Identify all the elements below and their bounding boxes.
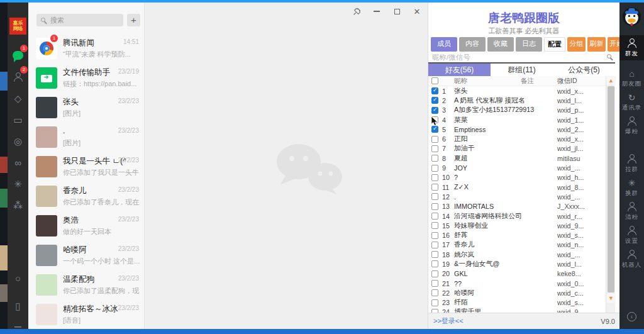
row-checkbox[interactable] [431, 165, 438, 172]
select-all-checkbox[interactable] [431, 77, 438, 84]
row-checkbox[interactable] [431, 184, 438, 191]
member-type-tab[interactable]: 好友(56) [428, 64, 491, 76]
chat-list-item[interactable]: 我只是一头牛 ㄴ(^o 23/2/23 你已添加了我只是一头牛... [28, 152, 145, 182]
table-row[interactable]: 1 张头 wxid_x... [428, 86, 606, 96]
row-checkbox[interactable] [431, 193, 438, 200]
table-row[interactable]: 19 &一身仙女气@ wxid_l... [428, 259, 606, 269]
scrollbar-thumb[interactable] [608, 86, 614, 292]
row-checkbox[interactable] [431, 87, 438, 94]
row-checkbox[interactable] [431, 289, 438, 296]
row-checkbox[interactable] [431, 242, 438, 248]
add-chat-button[interactable]: + [127, 14, 140, 26]
row-checkbox[interactable] [431, 97, 438, 104]
row-checkbox[interactable] [431, 136, 438, 143]
chat-list-item[interactable]: 香奈儿 23/2/23 你已添加了香奈儿，现在... [28, 182, 145, 211]
scroll-down-icon[interactable]: ▼ [606, 294, 616, 303]
link-circle-icon[interactable]: ○ [8, 270, 28, 286]
tool-button[interactable]: 内容 [459, 37, 486, 52]
row-checkbox[interactable] [431, 232, 438, 239]
table-row[interactable]: 14 沿河琨睿网络科技公司 wxid_r... [428, 211, 606, 221]
table-row[interactable]: 10 ? wxid_h... [428, 173, 606, 182]
table-row[interactable]: 6 正阳 wxid_x... [428, 134, 606, 143]
broadcast-icon[interactable]: 群发 [619, 35, 644, 60]
chat-list-item[interactable]: 文件传输助手 23/2/19 链接：https://pan.baid... [28, 64, 145, 93]
settings-icon[interactable]: 设置 [619, 223, 644, 248]
table-row[interactable]: 17 香奈儿 wxid_n... [428, 240, 606, 250]
table-row[interactable]: 22 哈喽阿 wxid_c... [428, 288, 606, 298]
moments-aperture-icon[interactable]: ◎ [8, 133, 28, 148]
table-row[interactable]: 15 玲妹聊创业 wxid_9... [428, 221, 606, 230]
chat-list-item[interactable]: 哈喽阿 23/2/23 一个码一个小时 这个是... [28, 241, 145, 270]
table-row[interactable]: 11 Z✓X wxid_8... [428, 182, 606, 192]
login-link[interactable]: >>登录<< [433, 316, 464, 326]
contacts-icon[interactable]: 2 [8, 69, 28, 84]
nickname-search-input[interactable] [431, 52, 607, 63]
phone-icon[interactable]: ▯ [8, 298, 28, 313]
table-row[interactable]: 24 博安千里 wxid_9... [428, 308, 606, 313]
tool-button[interactable]: 分组 [567, 37, 586, 52]
row-checkbox[interactable] [431, 203, 438, 210]
maximize-button[interactable] [391, 6, 402, 16]
pull-group-icon[interactable]: 拉群 [619, 151, 644, 176]
row-checkbox[interactable] [431, 280, 438, 287]
row-checkbox[interactable] [431, 213, 438, 220]
close-button[interactable]: ✕ [411, 6, 423, 16]
row-checkbox[interactable] [431, 107, 438, 114]
gear-icon[interactable]: ✳ [8, 176, 28, 191]
scroll-up-icon[interactable]: ▲ [606, 76, 616, 85]
minimize-button[interactable] [371, 6, 382, 16]
table-row[interactable]: 7 加油干 wxid_jl... [428, 144, 606, 153]
table-row[interactable]: 3 A加多宝小姳15137729913 wxid_p... [428, 106, 606, 115]
table-row[interactable]: 20 GKL keke8... [428, 269, 606, 279]
table-scrollbar[interactable]: ▲ ▼ [606, 76, 615, 313]
sparkle-icon[interactable]: ⁂ [8, 198, 28, 213]
desktop-edge [0, 3, 8, 329]
tool-button[interactable]: 收藏 [487, 37, 514, 52]
search-input[interactable] [36, 14, 123, 26]
chat-list-item[interactable]: 精准拓客～冰冰 23/2/23 [语音] [28, 300, 145, 329]
member-type-tab[interactable]: 群组(11) [491, 64, 553, 76]
chat-bubble-icon[interactable]: 1 [8, 48, 28, 63]
table-row[interactable]: 2 A 奶瓶 代发私聊 接冠名 wxid_l... [428, 96, 606, 105]
clean-fans-icon[interactable]: 清粉 [619, 199, 644, 224]
row-checkbox[interactable] [431, 174, 438, 181]
wxid-cell: keke8... [557, 270, 606, 277]
tool-button[interactable]: 日志 [516, 37, 542, 52]
pin-icon[interactable] [351, 6, 362, 16]
switch-group-icon[interactable]: ✳ 换群 [619, 175, 644, 200]
table-row[interactable]: 18 姚尔岚 wxid_... [428, 250, 606, 259]
table-row[interactable]: 5 Emptiness wxid_2... [428, 125, 606, 134]
add-fans-icon[interactable]: 爆粉 [619, 113, 644, 138]
table-row[interactable]: 13 IMMORTALS J_Xxxx... [428, 202, 606, 211]
row-checkbox[interactable] [431, 145, 438, 152]
chat-list-item[interactable]: 奥浩 23/2/23 做的好一天回本 [28, 211, 145, 241]
row-checkbox[interactable] [431, 222, 438, 229]
row-checkbox[interactable] [431, 270, 438, 277]
tool-button[interactable]: 成员 [431, 37, 457, 52]
chat-list-item[interactable]: 温柔配狗 23/2/23 你已添加了温柔配狗，现... [28, 270, 145, 300]
row-checkbox[interactable] [431, 299, 438, 306]
member-type-tab[interactable]: 公众号(5) [553, 64, 615, 76]
folder-icon[interactable]: ▭ [8, 112, 28, 127]
table-row[interactable]: 12 . wxid_... [428, 192, 606, 201]
table-row[interactable]: 21 ?? wxid_0... [428, 279, 606, 288]
table-row[interactable]: 8 夏超 mitilasu [428, 153, 606, 163]
collapse-icon[interactable]: ‹ [627, 312, 636, 321]
bowtie-icon[interactable]: ∞ [8, 155, 28, 170]
chat-list-item[interactable]: 1 腾讯新闻 14:51 “甲流”来袭 科学预防... [28, 34, 145, 64]
chat-list-item[interactable]: . 23/2/23 [图片] [28, 123, 145, 152]
robot-icon[interactable]: 机器人 [619, 247, 644, 272]
contacts-sync-icon[interactable]: ↻ 通讯录 [619, 89, 644, 114]
cube-icon[interactable]: ◇ [8, 91, 28, 106]
table-row[interactable]: 9 JOY wxid_... [428, 163, 606, 172]
tool-button[interactable]: 配置 [544, 37, 565, 52]
chat-list-item[interactable]: 张头 23/2/23 [图片] [28, 93, 145, 123]
row-checkbox[interactable] [431, 260, 438, 267]
row-checkbox[interactable] [431, 155, 438, 162]
row-checkbox[interactable] [431, 251, 438, 258]
table-row[interactable]: 16 舒苒 wxid_s... [428, 230, 606, 240]
moments-icon[interactable]: ⌂ 朋友圈 [619, 65, 644, 91]
tool-button[interactable]: 刷新 [587, 37, 606, 52]
table-row[interactable]: 4 菜菜 wxid_1... [428, 115, 606, 125]
table-row[interactable]: 23 纤陌 wxid_s... [428, 298, 606, 308]
